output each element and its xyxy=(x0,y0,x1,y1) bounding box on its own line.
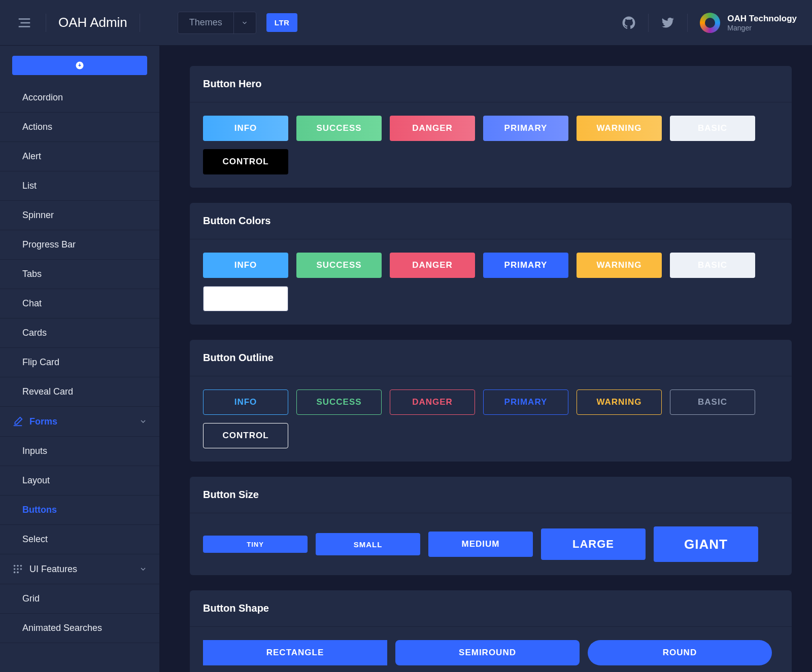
sidebar-item-list[interactable]: List xyxy=(0,171,159,201)
size-tiny-button[interactable]: Tiny xyxy=(203,536,308,553)
brand-title: OAH Admin xyxy=(58,15,127,30)
sidebar-item-grid[interactable]: Grid xyxy=(0,584,159,614)
sidebar: Accordion Actions Alert List Spinner Pro… xyxy=(0,46,159,672)
theme-select-label: Themes xyxy=(178,17,233,28)
outline-info-button[interactable]: Info xyxy=(203,390,288,415)
card-button-outline: Button Outline Info Success Danger Prima… xyxy=(190,340,792,462)
color-success-button[interactable]: Success xyxy=(296,253,382,278)
outline-warning-button[interactable]: Warning xyxy=(577,390,662,415)
divider xyxy=(140,14,140,32)
hamburger-icon xyxy=(17,15,32,30)
download-button[interactable] xyxy=(12,56,147,75)
card-button-shape: Button Shape Rectangle SemiRound Round xyxy=(190,590,792,672)
sidebar-item-actions[interactable]: Actions xyxy=(0,113,159,142)
ltr-button[interactable]: LTR xyxy=(266,13,298,32)
outline-basic-button[interactable]: Basic xyxy=(670,390,755,415)
hero-success-button[interactable]: Success xyxy=(296,116,382,141)
sidebar-group-label: Forms xyxy=(29,416,57,427)
user-name: OAH Technology xyxy=(727,14,797,24)
shape-round-button[interactable]: Round xyxy=(588,640,772,665)
outline-control-button[interactable]: Control xyxy=(203,423,288,448)
divider xyxy=(46,14,46,32)
github-icon[interactable] xyxy=(622,16,636,30)
color-warning-button[interactable]: Warning xyxy=(577,253,662,278)
svg-point-9 xyxy=(20,568,22,570)
sidebar-item-select[interactable]: Select xyxy=(0,525,159,554)
card-button-hero: Button Hero Info Success Danger Primary … xyxy=(190,66,792,188)
card-button-colors: Button Colors Info Success Danger Primar… xyxy=(190,203,792,325)
size-medium-button[interactable]: Medium xyxy=(428,532,533,557)
sidebar-item-inputs[interactable]: Inputs xyxy=(0,437,159,466)
card-title: Button Outline xyxy=(190,340,792,376)
outline-danger-button[interactable]: Danger xyxy=(390,390,475,415)
twitter-icon[interactable] xyxy=(661,16,675,30)
sidebar-item-buttons[interactable]: Buttons xyxy=(0,496,159,525)
card-title: Button Shape xyxy=(190,590,792,627)
main-content: Button Hero Info Success Danger Primary … xyxy=(159,46,812,672)
user-menu[interactable]: OAH Technology Manger xyxy=(700,13,797,33)
svg-point-11 xyxy=(17,572,19,574)
chevron-down-icon xyxy=(139,417,147,426)
size-giant-button[interactable]: Giant xyxy=(654,526,758,562)
color-control-button[interactable]: Control xyxy=(203,286,288,311)
hero-control-button[interactable]: Control xyxy=(203,149,288,174)
hero-danger-button[interactable]: Danger xyxy=(390,116,475,141)
theme-select[interactable]: Themes xyxy=(178,12,256,34)
hero-primary-button[interactable]: Primary xyxy=(483,116,568,141)
svg-point-4 xyxy=(14,565,16,567)
color-danger-button[interactable]: Danger xyxy=(390,253,475,278)
sidebar-item-animated-searches[interactable]: Animated Searches xyxy=(0,614,159,643)
chevron-down-icon xyxy=(139,565,147,573)
size-large-button[interactable]: Large xyxy=(541,528,646,560)
svg-point-10 xyxy=(14,572,16,574)
hero-info-button[interactable]: Info xyxy=(203,116,288,141)
sidebar-item-layout[interactable]: Layout xyxy=(0,466,159,496)
hero-basic-button[interactable]: Basic xyxy=(670,116,755,141)
sidebar-item-tabs[interactable]: Tabs xyxy=(0,260,159,289)
sidebar-item-alert[interactable]: Alert xyxy=(0,142,159,171)
menu-toggle-button[interactable] xyxy=(15,14,33,32)
chevron-down-icon xyxy=(233,12,256,34)
svg-point-5 xyxy=(17,565,19,567)
color-basic-button[interactable]: Basic xyxy=(670,253,755,278)
shape-rectangle-button[interactable]: Rectangle xyxy=(203,640,387,665)
outline-primary-button[interactable]: Primary xyxy=(483,390,568,415)
keypad-icon xyxy=(12,563,23,575)
avatar xyxy=(700,13,720,33)
svg-point-6 xyxy=(20,565,22,567)
card-title: Button Colors xyxy=(190,203,792,239)
divider xyxy=(648,14,649,32)
shape-semiround-button[interactable]: SemiRound xyxy=(395,640,580,665)
svg-point-8 xyxy=(17,568,19,570)
sidebar-group-ui-features[interactable]: UI Features xyxy=(0,554,159,584)
sidebar-group-label: UI Features xyxy=(29,564,77,575)
edit-icon xyxy=(12,416,23,427)
card-title: Button Size xyxy=(190,477,792,513)
svg-point-7 xyxy=(14,568,16,570)
card-button-size: Button Size Tiny Small Medium Large Gian… xyxy=(190,477,792,575)
sidebar-group-forms[interactable]: Forms xyxy=(0,407,159,437)
sidebar-item-spinner[interactable]: Spinner xyxy=(0,201,159,230)
sidebar-item-reveal-card[interactable]: Reveal Card xyxy=(0,377,159,407)
sidebar-item-progress-bar[interactable]: Progress Bar xyxy=(0,230,159,260)
sidebar-item-accordion[interactable]: Accordion xyxy=(0,83,159,113)
color-info-button[interactable]: Info xyxy=(203,253,288,278)
app-header: OAH Admin Themes LTR OAH Technology Mang… xyxy=(0,0,812,46)
hero-warning-button[interactable]: Warning xyxy=(577,116,662,141)
card-title: Button Hero xyxy=(190,66,792,102)
sidebar-item-chat[interactable]: Chat xyxy=(0,289,159,319)
user-role: Manger xyxy=(727,24,797,32)
size-small-button[interactable]: Small xyxy=(316,533,420,555)
divider xyxy=(687,14,688,32)
outline-success-button[interactable]: Success xyxy=(296,390,382,415)
download-icon xyxy=(75,61,84,70)
sidebar-item-flip-card[interactable]: Flip Card xyxy=(0,348,159,377)
color-primary-button[interactable]: Primary xyxy=(483,253,568,278)
sidebar-item-cards[interactable]: Cards xyxy=(0,319,159,348)
